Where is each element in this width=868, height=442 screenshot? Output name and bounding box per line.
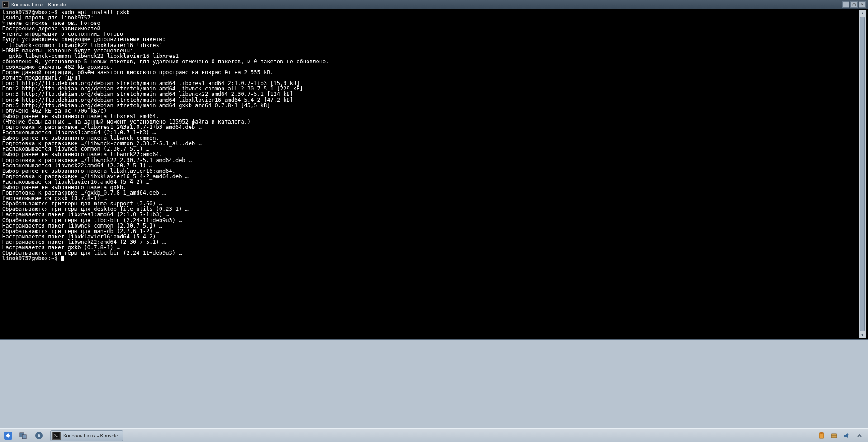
svg-rect-10 bbox=[820, 432, 823, 434]
show-desktop-icon[interactable] bbox=[18, 430, 29, 441]
volume-tray-icon[interactable] bbox=[843, 432, 851, 440]
maximize-button[interactable]: ▢ bbox=[850, 1, 858, 8]
svg-rect-4 bbox=[22, 435, 26, 439]
scroll-down-arrow[interactable]: ▼ bbox=[859, 331, 866, 338]
taskbar-task-label: Консоль Linux - Konsole bbox=[63, 433, 118, 438]
window-titlebar[interactable]: Консоль Linux - Konsole ‒ ▢ ✕ bbox=[0, 0, 868, 9]
clipboard-tray-icon[interactable] bbox=[817, 432, 825, 440]
terminal-app-icon bbox=[2, 1, 9, 8]
taskbar-task-konsole[interactable]: Консоль Linux - Konsole bbox=[50, 430, 123, 441]
window-controls: ‒ ▢ ✕ bbox=[842, 1, 866, 8]
apps-icon[interactable] bbox=[33, 430, 44, 441]
scroll-up-arrow[interactable]: ▲ bbox=[859, 10, 866, 17]
system-tray bbox=[817, 432, 863, 440]
terminal-app-icon bbox=[52, 432, 61, 440]
window-title: Консоль Linux - Konsole bbox=[11, 2, 842, 7]
minimize-button[interactable]: ‒ bbox=[842, 1, 849, 8]
svg-rect-11 bbox=[831, 434, 837, 438]
konsole-window: Консоль Linux - Konsole ‒ ▢ ✕ linok9757@… bbox=[0, 0, 868, 340]
scrollbar-thumb[interactable] bbox=[860, 17, 865, 331]
taskbar-separator bbox=[47, 431, 47, 441]
expand-tray-icon[interactable] bbox=[855, 432, 863, 440]
taskbar-launchers bbox=[3, 430, 44, 441]
updates-tray-icon[interactable] bbox=[830, 432, 838, 440]
terminal-body: linok9757@vbox:~$ sudo apt install gxkb … bbox=[0, 9, 868, 339]
taskbar: Консоль Linux - Konsole bbox=[0, 428, 868, 442]
start-menu-icon[interactable] bbox=[3, 430, 14, 441]
vertical-scrollbar[interactable]: ▲ ▼ bbox=[859, 10, 866, 338]
svg-point-6 bbox=[38, 434, 40, 437]
terminal-output[interactable]: linok9757@vbox:~$ sudo apt install gxkb … bbox=[2, 10, 859, 338]
close-button[interactable]: ✕ bbox=[859, 1, 866, 8]
